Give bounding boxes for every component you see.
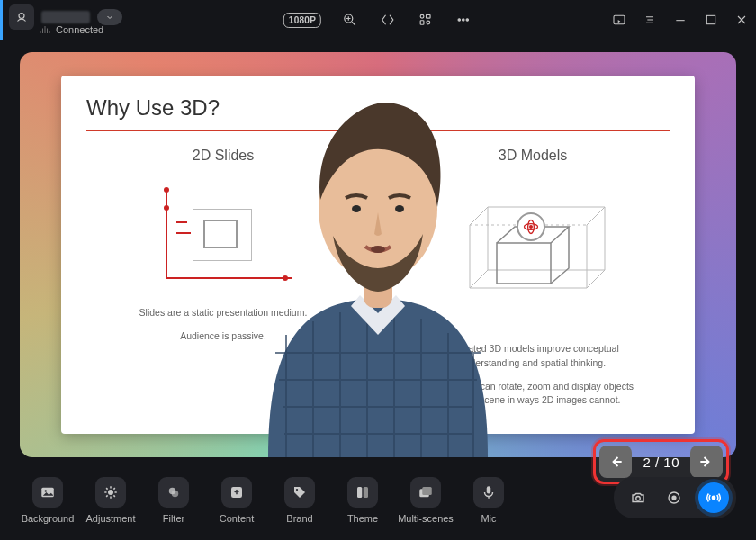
svg-point-6	[459, 19, 461, 21]
illustration-2d	[160, 189, 286, 279]
svg-rect-26	[357, 487, 362, 498]
caption-left-2: Audience is passive.	[180, 329, 266, 344]
svg-point-13	[530, 226, 533, 229]
svg-rect-9	[614, 15, 625, 23]
webcam-icon	[14, 9, 30, 25]
rotate-3d-icon	[517, 212, 545, 241]
tool-content[interactable]: Content	[205, 477, 268, 524]
zoom-in-icon	[342, 12, 358, 28]
svg-rect-29	[422, 487, 432, 495]
connected-label: Connected	[56, 24, 104, 35]
column-2d: 2D Slides Slides are a static presentati…	[86, 148, 360, 408]
svg-rect-10	[706, 15, 715, 23]
brightness-icon	[103, 484, 119, 500]
tool-label: Brand	[286, 513, 312, 524]
svg-point-31	[636, 497, 641, 501]
preview-stage: Why Use 3D? 2D Slides Slides are a stati…	[20, 52, 736, 457]
window-controls	[612, 0, 749, 40]
snapshot-button[interactable]	[626, 486, 650, 509]
svg-point-7	[463, 19, 464, 21]
pip-button[interactable]	[612, 13, 626, 27]
col-right-heading: 3D Models	[499, 148, 567, 164]
more-horizontal-icon	[455, 12, 472, 28]
maximize-button[interactable]	[704, 13, 718, 27]
connection-status: Connected	[5, 24, 128, 35]
signal-icon	[40, 24, 50, 35]
tool-label: Multi-scenes	[398, 513, 454, 524]
capture-cluster	[614, 477, 736, 518]
svg-rect-3	[427, 14, 431, 18]
svg-rect-27	[364, 487, 368, 498]
pip-icon	[612, 13, 626, 27]
tag-icon	[292, 484, 308, 500]
tool-multiscenes[interactable]: Multi-scenes	[394, 477, 457, 524]
more-button[interactable]	[454, 11, 472, 29]
illustration-3d	[452, 189, 614, 315]
mic-icon	[481, 484, 497, 500]
zoom-in-button[interactable]	[341, 11, 359, 29]
tool-theme[interactable]: Theme	[331, 477, 394, 524]
tool-label: Background	[22, 513, 75, 524]
minimize-button[interactable]	[673, 13, 688, 27]
svg-point-23	[172, 490, 179, 498]
theme-icon	[355, 484, 371, 500]
tool-mic[interactable]: Mic	[457, 477, 520, 524]
tool-label: Adjustment	[86, 513, 135, 524]
svg-point-2	[421, 14, 425, 18]
svg-point-8	[467, 19, 469, 21]
tool-brand[interactable]: Brand	[268, 477, 331, 524]
image-icon	[40, 484, 56, 500]
accent-stripe	[0, 0, 3, 40]
slide-card: Why Use 3D? 2D Slides Slides are a stati…	[61, 76, 695, 434]
bottom-toolbar: Background Adjustment Filter Content Bra…	[0, 464, 756, 540]
titlebar: Connected 1080P	[0, 0, 756, 40]
svg-point-25	[296, 489, 298, 490]
tool-label: Mic	[481, 513, 496, 524]
flip-icon	[380, 12, 396, 28]
layout-grid-icon	[418, 12, 434, 28]
column-3d: 3D Models	[396, 148, 670, 408]
flip-button[interactable]	[379, 11, 397, 29]
tool-label: Content	[220, 513, 255, 524]
layout-button[interactable]	[417, 11, 435, 29]
col-left-heading: 2D Slides	[193, 148, 254, 164]
tool-filter[interactable]: Filter	[142, 477, 205, 524]
user-menu-toggle[interactable]	[97, 9, 122, 25]
filter-icon	[166, 484, 182, 500]
titlebar-center-controls: 1080P	[284, 0, 472, 40]
scenes-icon	[418, 484, 434, 500]
tool-label: Theme	[347, 513, 378, 524]
caption-left-1: Slides are a static presentation medium.	[140, 306, 308, 320]
caption-right-1: Animated 3D models improve conceptual un…	[425, 342, 641, 371]
svg-point-5	[427, 21, 430, 24]
slide-title: Why Use 3D?	[86, 95, 670, 121]
tool-label: Filter	[163, 513, 184, 524]
svg-rect-4	[421, 21, 425, 25]
resolution-badge[interactable]: 1080P	[284, 13, 321, 28]
svg-rect-30	[487, 486, 491, 493]
list-icon	[643, 13, 657, 27]
go-live-button[interactable]	[698, 482, 729, 513]
camera-icon	[630, 490, 646, 506]
upload-icon	[229, 484, 245, 500]
tool-background[interactable]: Background	[16, 477, 79, 524]
user-name-placeholder	[41, 11, 90, 23]
list-button[interactable]	[643, 13, 657, 27]
svg-point-21	[108, 490, 113, 495]
chevron-down-icon	[104, 12, 115, 22]
svg-point-0	[19, 14, 24, 19]
minimize-icon	[673, 13, 688, 27]
close-icon	[734, 13, 749, 27]
svg-point-20	[45, 490, 47, 491]
svg-point-34	[712, 496, 715, 499]
maximize-icon	[704, 13, 718, 27]
close-button[interactable]	[734, 13, 749, 27]
slide-divider	[86, 130, 670, 131]
broadcast-icon	[706, 490, 722, 506]
tool-adjustment[interactable]: Adjustment	[79, 477, 142, 524]
record-button[interactable]	[662, 486, 686, 509]
record-icon	[666, 490, 682, 506]
caption-right-2: Presenters can rotate, zoom and display …	[425, 380, 641, 409]
svg-point-33	[671, 495, 676, 500]
